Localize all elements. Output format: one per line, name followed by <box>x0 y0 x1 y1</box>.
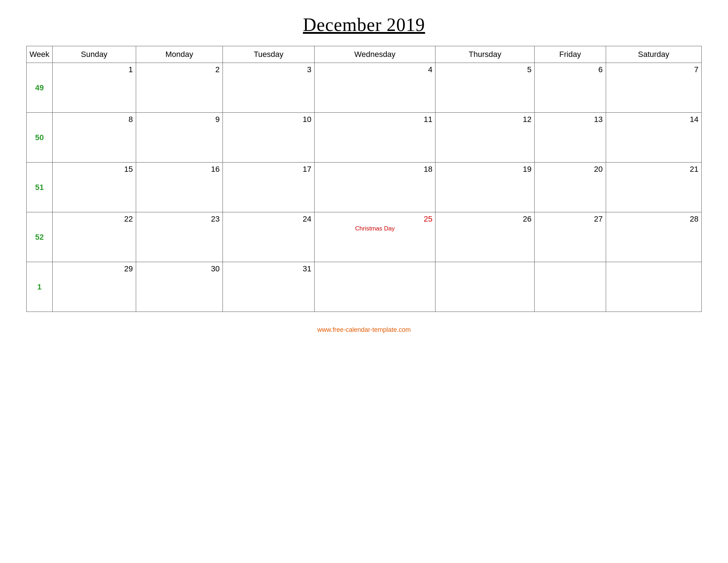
header-saturday: Saturday <box>606 46 701 63</box>
day-number-31: 31 <box>226 264 311 273</box>
day-number-23: 23 <box>139 214 220 224</box>
day-number-1: 1 <box>55 65 133 74</box>
day-number-24: 24 <box>226 214 311 224</box>
day-cell-empty-3 <box>314 262 435 312</box>
page-title: December 2019 <box>303 14 425 35</box>
week-row-1: 1293031 <box>27 262 702 312</box>
day-cell-9: 9 <box>136 113 223 163</box>
header-monday: Monday <box>136 46 223 63</box>
week-row-51: 5115161718192021 <box>27 163 702 212</box>
day-number-6: 6 <box>537 65 603 74</box>
day-cell-25: 25Christmas Day <box>314 212 435 262</box>
calendar-body: 4912345675089101112131451151617181920215… <box>27 63 702 312</box>
day-cell-14: 14 <box>606 113 701 163</box>
day-number-27: 27 <box>537 214 603 224</box>
calendar-table: WeekSundayMondayTuesdayWednesdayThursday… <box>26 46 702 312</box>
day-number-20: 20 <box>537 165 603 174</box>
calendar: WeekSundayMondayTuesdayWednesdayThursday… <box>26 46 702 312</box>
day-cell-24: 24 <box>223 212 315 262</box>
day-cell-empty-6 <box>606 262 701 312</box>
day-number-26: 26 <box>438 214 531 224</box>
day-number-16: 16 <box>139 165 220 174</box>
day-cell-15: 15 <box>52 163 136 212</box>
day-number-30: 30 <box>139 264 220 273</box>
header-thursday: Thursday <box>435 46 535 63</box>
day-number-3: 3 <box>226 65 311 74</box>
day-cell-1: 1 <box>52 63 136 113</box>
day-cell-27: 27 <box>535 212 606 262</box>
day-cell-5: 5 <box>435 63 535 113</box>
day-cell-empty-5 <box>535 262 606 312</box>
day-number-10: 10 <box>226 115 311 124</box>
day-number-5: 5 <box>438 65 531 74</box>
day-number-18: 18 <box>317 165 432 174</box>
week-number-51: 51 <box>27 163 53 212</box>
day-number-19: 19 <box>438 165 531 174</box>
day-cell-12: 12 <box>435 113 535 163</box>
day-number-14: 14 <box>609 115 698 124</box>
day-cell-13: 13 <box>535 113 606 163</box>
header-sunday: Sunday <box>52 46 136 63</box>
week-row-50: 50891011121314 <box>27 113 702 163</box>
day-cell-20: 20 <box>535 163 606 212</box>
day-number-7: 7 <box>609 65 698 74</box>
holiday-name-25: Christmas Day <box>317 225 432 232</box>
day-cell-7: 7 <box>606 63 701 113</box>
day-number-28: 28 <box>609 214 698 224</box>
day-cell-4: 4 <box>314 63 435 113</box>
week-row-49: 491234567 <box>27 63 702 113</box>
day-cell-empty-4 <box>435 262 535 312</box>
day-number-21: 21 <box>609 165 698 174</box>
day-number-17: 17 <box>226 165 311 174</box>
day-number-13: 13 <box>537 115 603 124</box>
header-week: Week <box>27 46 53 63</box>
day-cell-2: 2 <box>136 63 223 113</box>
day-cell-3: 3 <box>223 63 315 113</box>
day-number-9: 9 <box>139 115 220 124</box>
header-wednesday: Wednesday <box>314 46 435 63</box>
day-cell-11: 11 <box>314 113 435 163</box>
footer-link[interactable]: www.free-calendar-template.com <box>317 326 411 333</box>
day-cell-8: 8 <box>52 113 136 163</box>
day-cell-10: 10 <box>223 113 315 163</box>
week-number-49: 49 <box>27 63 53 113</box>
header-friday: Friday <box>535 46 606 63</box>
day-number-12: 12 <box>438 115 531 124</box>
week-row-52: 5222232425Christmas Day262728 <box>27 212 702 262</box>
day-cell-18: 18 <box>314 163 435 212</box>
day-number-11: 11 <box>317 115 432 124</box>
day-number-29: 29 <box>55 264 133 273</box>
footer: www.free-calendar-template.com <box>317 326 411 334</box>
day-cell-23: 23 <box>136 212 223 262</box>
day-number-4: 4 <box>317 65 432 74</box>
day-number-22: 22 <box>55 214 133 224</box>
day-number-25: 25 <box>317 214 432 224</box>
day-number-2: 2 <box>139 65 220 74</box>
day-cell-17: 17 <box>223 163 315 212</box>
week-number-1: 1 <box>27 262 53 312</box>
day-cell-19: 19 <box>435 163 535 212</box>
header-tuesday: Tuesday <box>223 46 315 63</box>
day-cell-29: 29 <box>52 262 136 312</box>
week-number-50: 50 <box>27 113 53 163</box>
day-cell-31: 31 <box>223 262 315 312</box>
day-cell-26: 26 <box>435 212 535 262</box>
day-number-8: 8 <box>55 115 133 124</box>
day-cell-22: 22 <box>52 212 136 262</box>
calendar-header: WeekSundayMondayTuesdayWednesdayThursday… <box>27 46 702 63</box>
day-number-15: 15 <box>55 165 133 174</box>
day-cell-28: 28 <box>606 212 701 262</box>
day-cell-30: 30 <box>136 262 223 312</box>
day-cell-21: 21 <box>606 163 701 212</box>
day-cell-6: 6 <box>535 63 606 113</box>
week-number-52: 52 <box>27 212 53 262</box>
day-cell-16: 16 <box>136 163 223 212</box>
